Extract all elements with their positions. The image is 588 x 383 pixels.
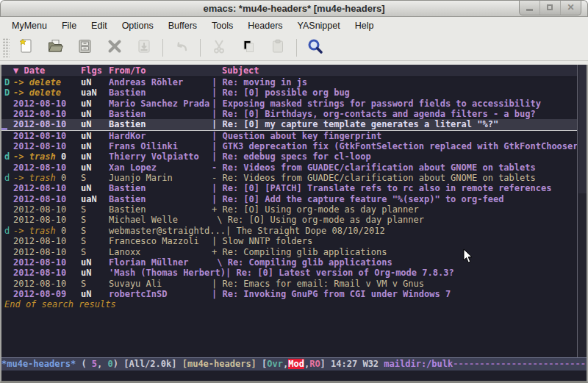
menu-item-options[interactable]: Options (115, 18, 161, 33)
message-row[interactable]: 2012-08-10SBastien+ Re: [O] Using org-mo… (1, 204, 587, 215)
cut-button[interactable] (207, 37, 232, 59)
menu-item-mymenu[interactable]: MyMenu (4, 18, 54, 33)
subject-cell: | Re: [0] [PATCH] Translate refs to rc a… (212, 183, 587, 193)
menu-item-yasnippet[interactable]: YASnippet (290, 18, 348, 33)
flags-cell: uN (81, 268, 109, 278)
message-row[interactable]: 2012-08-10uNFlorian Müllner \ Re: Compil… (1, 257, 587, 268)
mark-cell (1, 289, 13, 299)
subject-cell: - Re: Videos from GUADEC/clarification a… (212, 173, 587, 183)
message-row[interactable]: 2012-08-10SMichael Welle \ Re: [O] Using… (1, 215, 587, 225)
mark-cell (1, 279, 13, 289)
mark-cell (1, 194, 13, 204)
mark-cell: d (1, 173, 13, 183)
mark-cell: d (1, 151, 13, 162)
modeline-plain: ] (320, 359, 331, 369)
message-row[interactable]: d-> trash 0SJuanjo Marin- Re: Videos fro… (1, 173, 587, 183)
mark-cell (1, 268, 13, 278)
open-folder-button[interactable] (43, 37, 68, 59)
column-header-subject[interactable]: Subject (212, 65, 587, 76)
close-button[interactable]: ✕ (560, 1, 581, 15)
message-row[interactable]: 2012-08-10uN'Mash (Thomas Herbert)| Re: … (1, 268, 587, 278)
date-cell: 2012-08-10 (13, 141, 81, 151)
date-cell: 2012-08-10 (13, 279, 81, 289)
message-row[interactable]: 2012-08-10SFrancesco Mazzoli| Slow NNTP … (1, 236, 587, 246)
from-cell: webmaster@straightd... (109, 226, 226, 236)
date-cell: 2012-08-10 (13, 162, 81, 173)
search-button[interactable] (303, 37, 328, 59)
flags-cell: uN (81, 183, 109, 193)
modeline-maildir: maildir:/bulk (384, 359, 453, 369)
message-row[interactable]: D-> deleteuNAndreas Röhler| Re: moving i… (1, 77, 587, 87)
message-row[interactable]: 2012-08-10uNXan Lopez- Re: Videos from G… (1, 162, 587, 173)
mark-cell: D (1, 87, 13, 98)
column-header-date[interactable]: ▼ Date (13, 65, 81, 76)
date-cell: -> delete (13, 87, 81, 98)
date-cell: 2012-08-10 (13, 131, 81, 141)
date-cell: 2012-08-10 (13, 194, 81, 204)
message-row[interactable]: 2012-08-10uaNBastien| Re: [0] Add the ca… (1, 194, 587, 204)
message-row[interactable]: 2012-08-10uNFrans Oilinki| GTK3 deprecat… (1, 141, 587, 151)
save-as-icon (135, 37, 153, 58)
paste-button[interactable] (265, 37, 290, 59)
mark-cell (1, 247, 13, 257)
modeline: *mu4e-headers* ( 5, 0) [All/2.0k] [mu4e-… (1, 357, 587, 371)
menu-item-buffers[interactable]: Buffers (161, 18, 204, 33)
menu-item-edit[interactable]: Edit (84, 18, 115, 33)
subject-cell: \ Re: [O] Using org-mode as day planner (212, 215, 587, 225)
flags-cell: uaN (81, 194, 109, 204)
modeline-plain: 14:27 W32 (331, 359, 384, 369)
column-header-from[interactable]: From/To (109, 65, 212, 76)
new-file-button[interactable] (14, 37, 39, 59)
message-row[interactable]: d-> trash 0uNThierry Volpiatto| Re: edeb… (1, 151, 587, 162)
save-icon (76, 37, 94, 58)
modeline-line: 5 (92, 359, 97, 369)
from-cell: Bastien (109, 204, 212, 215)
modeline-plain: ) (113, 359, 123, 369)
from-cell: HardKor (109, 131, 212, 141)
message-row[interactable]: 2012-08-09uNrobertcInSD| Re: Invoking Gn… (1, 289, 587, 299)
copy-icon (240, 37, 257, 58)
flags-cell: S (81, 204, 109, 215)
subject-cell: - Re: Videos from GUADEC/clarification a… (212, 162, 587, 173)
message-row[interactable]: D-> deleteuaNBastien| Re: [0] possible o… (1, 87, 587, 98)
scrollbar[interactable] (577, 65, 587, 357)
subject-cell: | Slow NNTP folders (212, 236, 587, 246)
window-title: emacs: *mu4e-headers* [mu4e-headers] (1, 3, 587, 14)
menu-item-help[interactable]: Help (348, 18, 381, 33)
copy-button[interactable] (236, 37, 261, 59)
from-cell: Bastien (109, 119, 212, 129)
maximize-button[interactable] (539, 1, 560, 15)
menu-item-tools[interactable]: Tools (204, 18, 240, 33)
mouse-cursor (463, 248, 473, 264)
date-cell: 2012-08-10 (13, 236, 81, 246)
message-row[interactable]: 2012-08-10uNBastien| Re: [0] [PATCH] Tra… (1, 183, 587, 193)
from-cell: Bastien (109, 109, 212, 119)
message-row[interactable]: 2012-08-10uNMario Sanchez Prada| Exposin… (1, 99, 587, 109)
mark-cell (1, 257, 13, 268)
flags-cell: S (81, 173, 109, 183)
toolbar-grip[interactable] (3, 38, 10, 57)
from-cell: Florian Müllner (109, 257, 212, 268)
close-icon: ✕ (561, 2, 581, 12)
save-button[interactable] (73, 37, 98, 59)
date-cell: 2012-08-10 (13, 215, 81, 225)
message-row[interactable]: 2012-08-10uNBastien| Re: [0] Birthdays, … (1, 109, 587, 119)
close-button[interactable] (102, 37, 127, 59)
menu-item-headers[interactable]: Headers (240, 18, 290, 33)
menu-item-file[interactable]: File (54, 18, 84, 33)
message-row[interactable]: 2012-08-10SSuvayu Ali| Re: Emacs for ema… (1, 279, 587, 289)
save-as-button[interactable] (132, 37, 157, 59)
message-row[interactable]: 2012-08-10uNBastien| Re: [0] my capture … (1, 119, 587, 130)
message-row[interactable]: 2012-08-10uNHardKor| Question about key … (1, 131, 587, 141)
from-cell: Andreas Röhler (109, 77, 212, 87)
minimize-button[interactable] (520, 1, 539, 15)
scrollbar-thumb[interactable] (578, 65, 587, 193)
subject-cell: | The Straight Dope 08/10/2012 (226, 226, 587, 236)
flags-cell: uN (81, 151, 109, 162)
message-row[interactable]: 2012-08-10SLanoxx+ Re: Compiling glib ap… (1, 247, 587, 257)
message-row[interactable]: d-> trash 0Swebmaster@straightd...| The … (1, 226, 587, 236)
column-header-flags[interactable]: Flgs (81, 65, 109, 76)
from-cell: Juanjo Marin (109, 173, 212, 183)
flags-cell: uaN (81, 87, 109, 98)
undo-button[interactable] (169, 37, 194, 59)
